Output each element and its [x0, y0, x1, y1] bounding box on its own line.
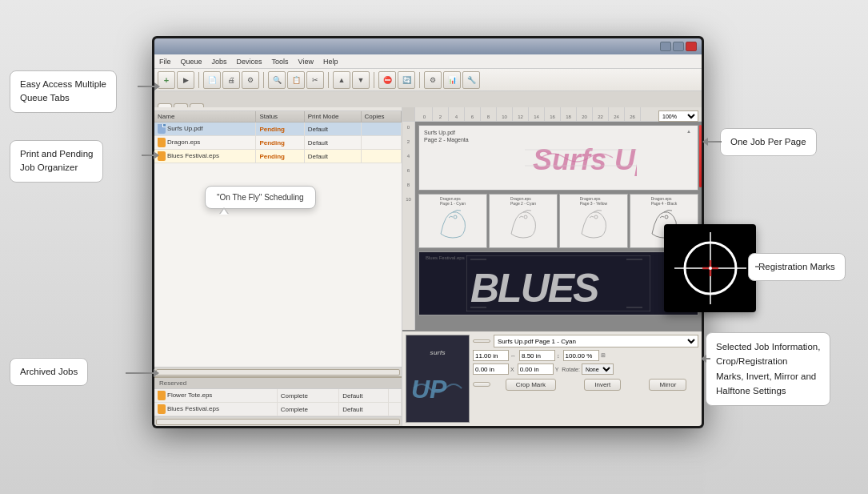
height-input[interactable] — [519, 350, 555, 361]
job-copies — [361, 150, 401, 163]
scale-field: ⊞ — [563, 350, 606, 361]
callout-archived-text: Archived Jobs — [20, 367, 78, 376]
menu-view[interactable]: View — [298, 58, 314, 66]
pages-button[interactable] — [473, 339, 490, 343]
toolbar-btn-6[interactable]: 🔍 — [268, 71, 286, 89]
ruler-mark: 22 — [593, 107, 609, 121]
chevron-selected-job — [701, 355, 706, 363]
table-row[interactable]: Blues Festival.eps Complete Default — [154, 403, 402, 416]
y-input[interactable] — [518, 363, 554, 375]
callout-on-the-fly: "On The Fly" Scheduling — [205, 186, 316, 209]
height-field: ↕ — [519, 350, 560, 361]
callout-selected-job: Selected Job Information,Crop/Registrati… — [706, 332, 830, 406]
job-table-header: Name Status Print Mode Copies — [154, 111, 402, 122]
chevron-archived — [154, 369, 159, 377]
thumbnail-preview: surfs UP — [406, 335, 470, 423]
connector-one-job — [706, 141, 722, 143]
menu-bar: File Queue Jobs Devices Tools View Help — [154, 54, 702, 69]
toolbar-btn-15[interactable]: 🔧 — [462, 71, 480, 89]
monitor-reflection — [152, 430, 704, 494]
toolbar-btn-10[interactable]: ▼ — [352, 71, 370, 89]
job-name: Surfs Up.pdf — [154, 122, 256, 136]
toolbar-btn-7[interactable]: 📋 — [287, 71, 305, 89]
toolbar-btn-4[interactable]: 🖨 — [222, 71, 240, 89]
x-field: X — [473, 363, 514, 375]
table-row[interactable]: Surfs Up.pdf Pending Default — [154, 122, 402, 136]
reserved-header: Reserved — [154, 376, 402, 389]
scale-input[interactable] — [563, 350, 599, 361]
chevron-easy-access — [154, 82, 160, 90]
toolbar-btn-13[interactable]: ⚙ — [424, 71, 442, 89]
ruler-mark: 16 — [545, 107, 561, 121]
ruler: 0 2 4 6 8 10 12 14 16 18 20 22 24 26 — [402, 107, 702, 122]
h-scrollbar[interactable] — [154, 367, 402, 376]
callout-registration-text: Registration Marks — [758, 262, 835, 271]
reset-button[interactable] — [473, 382, 490, 387]
width-input[interactable] — [473, 350, 509, 361]
x-input[interactable] — [473, 363, 509, 375]
connector-print-pending — [142, 155, 154, 156]
callout-easy-access-text: Easy Access MultipleQueue Tabs — [20, 79, 106, 102]
blues-svg: BLUES — [466, 255, 650, 311]
toolbar-btn-9[interactable]: ▲ — [333, 71, 350, 89]
callout-easy-access: Easy Access MultipleQueue Tabs — [10, 70, 117, 113]
queue-tabs — [154, 91, 702, 107]
toolbar-btn-11[interactable]: ⛔ — [378, 71, 396, 89]
toolbar-add-btn[interactable]: + — [158, 71, 175, 89]
x-label: X — [510, 367, 514, 372]
dragon-svg-3 — [574, 206, 614, 239]
toolbar: + ▶ 📄 🖨 ⚙ 🔍 📋 ✂ ▲ ▼ ⛔ 🔄 ⚙ 📊 🔧 — [154, 69, 702, 91]
rotate-field: Rotate: None 90° 180° — [562, 363, 614, 375]
table-row[interactable]: Flower Tote.eps Complete Default — [154, 389, 402, 403]
crop-mark-button[interactable]: Crop Mark — [506, 379, 556, 391]
job-print-mode: Default — [339, 403, 389, 416]
preview-corner-text: ▲ — [686, 129, 691, 134]
menu-queue[interactable]: Queue — [181, 58, 202, 66]
table-row[interactable]: Blues Festival.eps Pending Default — [154, 150, 402, 163]
preview-canvas: Surfs Up.pdfPage 2 - Magenta Surfs Up — [415, 122, 702, 330]
close-button[interactable] — [686, 42, 697, 51]
menu-tools[interactable]: Tools — [272, 58, 289, 66]
ruler-mark: 4 — [449, 107, 465, 121]
print-row-surfsup: Surfs Up.pdfPage 2 - Magenta Surfs Up — [418, 125, 698, 191]
toolbar-btn-2[interactable]: ▶ — [177, 71, 194, 89]
scale-select[interactable]: 25% 50% 75% 100% — [658, 110, 698, 122]
dragon-cell-1: Dragon.epsPage 1 - Cyan — [418, 194, 487, 248]
action-buttons: Crop Mark Invert Mirror — [494, 379, 698, 391]
dimensions-row: ↔ ↕ ⊞ — [473, 350, 698, 361]
dragon-cell-2: Dragon.epsPage 2 - Cyan — [489, 194, 558, 248]
red-marker — [699, 125, 702, 187]
menu-help[interactable]: Help — [323, 58, 338, 66]
ruler-mark: 26 — [625, 107, 641, 121]
menu-devices[interactable]: Devices — [237, 58, 262, 66]
ruler-mark: 0 — [417, 107, 433, 121]
col-print-mode: Print Mode — [304, 111, 361, 122]
print-row-dragon: Dragon.epsPage 1 - Cyan — [418, 194, 698, 248]
toolbar-btn-12[interactable]: 🔄 — [398, 71, 415, 89]
menu-file[interactable]: File — [159, 58, 171, 66]
main-content: Name Status Print Mode Copies Surfs Up.p… — [154, 107, 702, 426]
ruler-mark: 2 — [433, 107, 449, 121]
h-scrollbar-2[interactable] — [154, 416, 402, 426]
job-print-mode: Default — [304, 122, 361, 136]
mirror-button[interactable]: Mirror — [649, 379, 686, 391]
toolbar-sep-1 — [198, 72, 199, 88]
job-status: Pending — [256, 136, 304, 150]
table-row[interactable]: Dragon.eps Pending Default — [154, 136, 402, 150]
toolbar-btn-5[interactable]: ⚙ — [242, 71, 259, 89]
toolbar-btn-3[interactable]: 📄 — [203, 71, 221, 89]
toolbar-btn-8[interactable]: ✂ — [306, 71, 324, 89]
rotate-select[interactable]: None 90° 180° — [582, 363, 614, 375]
menu-jobs[interactable]: Jobs — [212, 58, 227, 66]
toolbar-sep-3 — [328, 72, 329, 88]
preview-area: 0 2 4 6 8 10 Surfs Up.pdfPage 2 - Magent… — [402, 122, 702, 330]
job-page-select[interactable]: Surfs Up.pdf Page 1 - Cyan — [494, 335, 698, 347]
invert-button[interactable]: Invert — [584, 379, 621, 391]
job-panel: Name Status Print Mode Copies Surfs Up.p… — [154, 107, 402, 426]
maximize-button[interactable] — [673, 42, 684, 51]
ruler-mark: 24 — [609, 107, 625, 121]
ruler-mark: 8 — [481, 107, 497, 121]
minimize-button[interactable] — [660, 42, 671, 51]
toolbar-btn-14[interactable]: 📊 — [443, 71, 461, 89]
job-name: Blues Festival.eps — [154, 150, 256, 163]
